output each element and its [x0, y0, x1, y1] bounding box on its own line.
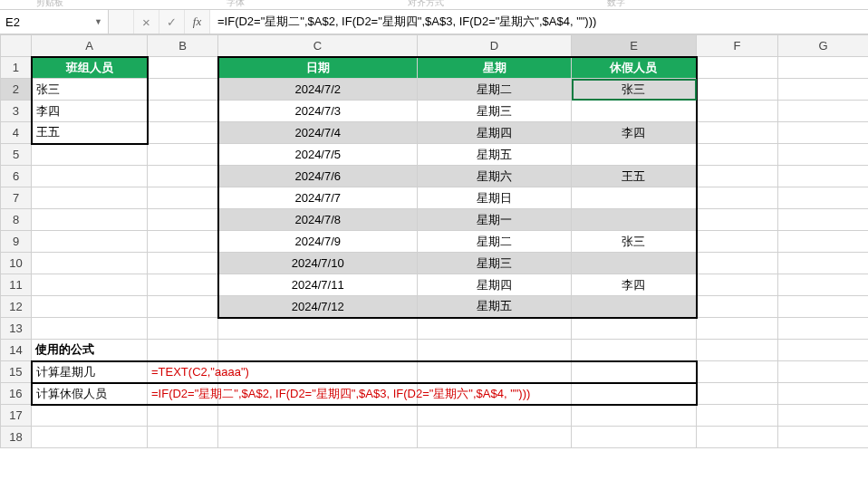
col-header-G[interactable]: G: [778, 35, 869, 57]
cell[interactable]: [697, 144, 778, 166]
row-header-10[interactable]: 10: [1, 253, 32, 274]
cell[interactable]: [418, 318, 572, 340]
cell[interactable]: [32, 274, 148, 296]
cell[interactable]: [697, 187, 778, 209]
cell[interactable]: [148, 340, 218, 361]
cell[interactable]: [697, 296, 778, 318]
cell[interactable]: [778, 101, 869, 122]
cell[interactable]: [148, 166, 218, 187]
cell[interactable]: [148, 79, 218, 101]
cell[interactable]: [32, 296, 148, 318]
row-header-3[interactable]: 3: [1, 101, 32, 122]
cell[interactable]: 2024/7/10: [218, 253, 418, 274]
cell[interactable]: 2024/7/3: [218, 101, 418, 122]
cell[interactable]: [148, 296, 218, 318]
cell[interactable]: [572, 427, 697, 448]
cell[interactable]: [418, 427, 572, 448]
cell[interactable]: [697, 383, 778, 405]
cell[interactable]: [778, 340, 869, 361]
row-header-17[interactable]: 17: [1, 405, 32, 427]
cell[interactable]: 2024/7/8: [218, 209, 418, 231]
row-header-15[interactable]: 15: [1, 361, 32, 383]
cell[interactable]: [572, 340, 697, 361]
col-header-A[interactable]: A: [32, 35, 148, 57]
row-header-8[interactable]: 8: [1, 209, 32, 231]
cell[interactable]: 休假人员: [572, 57, 697, 79]
cell[interactable]: [572, 101, 697, 122]
cell[interactable]: [778, 144, 869, 166]
active-cell[interactable]: 张三: [572, 79, 697, 101]
row-header-18[interactable]: 18: [1, 427, 32, 448]
cell[interactable]: 星期四: [418, 274, 572, 296]
cell[interactable]: [697, 274, 778, 296]
cell[interactable]: 王五: [572, 166, 697, 187]
row-header-9[interactable]: 9: [1, 231, 32, 253]
cell[interactable]: [148, 57, 218, 79]
cell[interactable]: [572, 361, 697, 383]
cell[interactable]: [418, 340, 572, 361]
cell[interactable]: [32, 144, 148, 166]
cell[interactable]: [418, 405, 572, 427]
cell[interactable]: 计算星期几: [32, 361, 148, 383]
cell[interactable]: 2024/7/4: [218, 122, 418, 144]
cell[interactable]: [218, 318, 418, 340]
cell[interactable]: 2024/7/9: [218, 231, 418, 253]
cell[interactable]: [697, 253, 778, 274]
cell[interactable]: [32, 427, 148, 448]
cell[interactable]: [218, 340, 418, 361]
cell[interactable]: [148, 209, 218, 231]
cell[interactable]: [697, 79, 778, 101]
row-header-12[interactable]: 12: [1, 296, 32, 318]
cell[interactable]: [32, 187, 148, 209]
cell[interactable]: [778, 427, 869, 448]
spreadsheet[interactable]: A B C D E F G 1班组人员日期星期休假人员2张三2024/7/2星期…: [0, 34, 868, 448]
cell[interactable]: 2024/7/5: [218, 144, 418, 166]
cell[interactable]: [418, 361, 572, 383]
cell[interactable]: [148, 231, 218, 253]
chevron-down-icon[interactable]: ▼: [94, 17, 102, 26]
cell[interactable]: 2024/7/12: [218, 296, 418, 318]
section-title[interactable]: 使用的公式: [32, 340, 148, 361]
cell[interactable]: [148, 122, 218, 144]
cell[interactable]: 星期三: [418, 253, 572, 274]
row-header-7[interactable]: 7: [1, 187, 32, 209]
cell[interactable]: [697, 318, 778, 340]
cell[interactable]: [148, 405, 218, 427]
cell[interactable]: [697, 340, 778, 361]
cell[interactable]: 2024/7/2: [218, 79, 418, 101]
cell[interactable]: 李四: [572, 122, 697, 144]
cell[interactable]: [697, 231, 778, 253]
cell[interactable]: [697, 166, 778, 187]
cell[interactable]: [778, 187, 869, 209]
col-header-B[interactable]: B: [148, 35, 218, 57]
cell[interactable]: [778, 318, 869, 340]
cell[interactable]: [778, 122, 869, 144]
cell[interactable]: [32, 318, 148, 340]
cell[interactable]: [778, 209, 869, 231]
row-header-13[interactable]: 13: [1, 318, 32, 340]
cell[interactable]: [572, 253, 697, 274]
cell[interactable]: [148, 187, 218, 209]
cell[interactable]: [218, 405, 418, 427]
cell[interactable]: [778, 231, 869, 253]
cell[interactable]: [148, 253, 218, 274]
cell[interactable]: [32, 253, 148, 274]
row-header-16[interactable]: 16: [1, 383, 32, 405]
cell[interactable]: [148, 101, 218, 122]
row-header-2[interactable]: 2: [1, 79, 32, 101]
cell[interactable]: [778, 274, 869, 296]
cell[interactable]: [32, 209, 148, 231]
cell[interactable]: [572, 383, 697, 405]
cancel-button[interactable]: ×: [134, 10, 159, 34]
cell[interactable]: [697, 405, 778, 427]
col-header-D[interactable]: D: [418, 35, 572, 57]
row-header-4[interactable]: 4: [1, 122, 32, 144]
name-box[interactable]: E2 ▼: [0, 10, 109, 34]
cell[interactable]: 星期日: [418, 187, 572, 209]
cell[interactable]: [572, 318, 697, 340]
select-all-cell[interactable]: [1, 35, 32, 57]
cell[interactable]: 2024/7/11: [218, 274, 418, 296]
cell[interactable]: 计算休假人员: [32, 383, 148, 405]
cell[interactable]: [697, 101, 778, 122]
cell[interactable]: [778, 405, 869, 427]
